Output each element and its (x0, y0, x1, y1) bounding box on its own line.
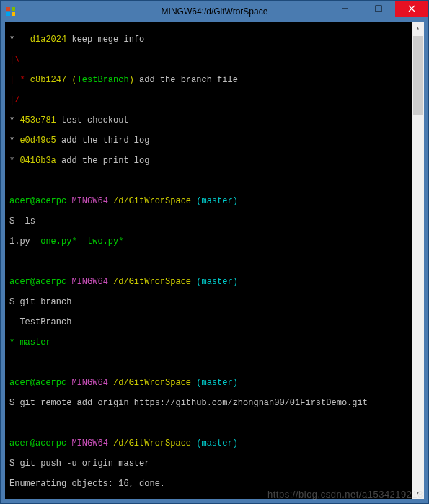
commit-hash: 0416b3a (19, 156, 56, 166)
blank-line (9, 176, 407, 186)
log-line: * d1a2024 keep mege info (9, 35, 407, 45)
prompt-line: acer@acerpc MINGW64 /d/GitWrorSpace (mas… (9, 438, 407, 448)
log-line: | * c8b1247 (TestBranch) add the branch … (9, 75, 407, 85)
command-line: $ ls (9, 216, 407, 226)
app-window: MINGW64:/d/GitWrorSpace * d1a2024 keep m… (0, 0, 429, 504)
window-buttons (329, 1, 428, 17)
scroll-down-button[interactable]: ▾ (412, 487, 424, 499)
commit-hash: 453e781 (19, 115, 56, 125)
scrollbar-thumb[interactable] (413, 36, 423, 115)
commit-hash: c8b1247 (30, 75, 66, 85)
chevron-up-icon: ▴ (416, 25, 420, 31)
command-line: $ git branch (9, 297, 407, 307)
commit-hash: e0d49c5 (19, 136, 56, 146)
scroll-up-button[interactable]: ▴ (412, 22, 424, 34)
blank-line (9, 257, 407, 267)
commit-hash: d1a2024 (30, 35, 66, 45)
svg-rect-5 (376, 6, 381, 12)
svg-rect-1 (12, 7, 15, 11)
command-line: $ git remote add origin https://github.c… (9, 398, 407, 408)
log-line: * 453e781 test checkout (9, 115, 407, 125)
ls-output: 1.py one.py* two.py* (9, 236, 407, 247)
svg-rect-2 (6, 12, 10, 16)
minimize-button[interactable] (329, 1, 362, 17)
log-line: * e0d49c5 add the third log (9, 136, 407, 146)
minimize-icon (342, 5, 349, 12)
close-button[interactable] (395, 1, 428, 17)
svg-rect-3 (12, 12, 15, 16)
maximize-icon (375, 5, 382, 12)
maximize-button[interactable] (362, 1, 395, 17)
output-line: Enumerating objects: 16, done. (9, 479, 407, 489)
blank-line (9, 418, 407, 428)
output-line: * master (9, 337, 407, 348)
scrollbar[interactable]: ▴ ▾ (412, 22, 424, 499)
svg-rect-0 (6, 7, 10, 11)
output-line: TestBranch (9, 317, 407, 327)
terminal-container: * d1a2024 keep mege info |\ | * c8b1247 … (5, 22, 424, 499)
terminal[interactable]: * d1a2024 keep mege info |\ | * c8b1247 … (5, 22, 412, 499)
app-icon (5, 6, 17, 17)
prompt-line: acer@acerpc MINGW64 /d/GitWrorSpace (mas… (9, 277, 407, 287)
titlebar[interactable]: MINGW64:/d/GitWrorSpace (1, 1, 428, 22)
close-icon (408, 5, 415, 12)
log-line: * 0416b3a add the print log (9, 156, 407, 166)
chevron-down-icon: ▾ (416, 490, 420, 496)
prompt-line: acer@acerpc MINGW64 /d/GitWrorSpace (mas… (9, 196, 407, 206)
blank-line (9, 358, 407, 368)
prompt-line: acer@acerpc MINGW64 /d/GitWrorSpace (mas… (9, 378, 407, 388)
log-graph: |/ (9, 95, 407, 105)
command-line: $ git push -u origin master (9, 459, 407, 469)
log-graph: |\ (9, 55, 407, 65)
